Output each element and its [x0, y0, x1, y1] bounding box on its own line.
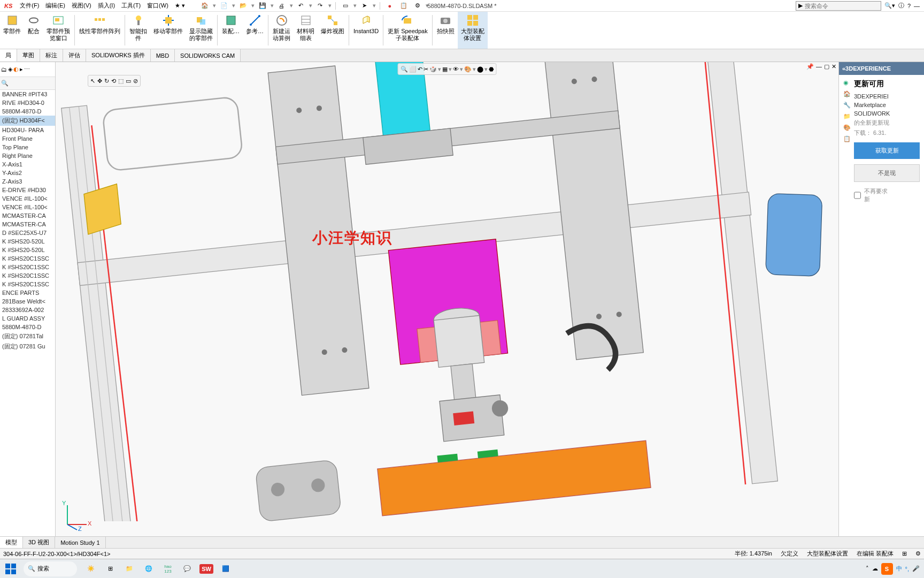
- tp-library-icon[interactable]: 📁: [843, 113, 851, 120]
- tab-mbd[interactable]: MBD: [151, 49, 175, 62]
- feature-tree-item[interactable]: X-Axis1: [0, 160, 55, 169]
- config-icon[interactable]: ◈: [8, 66, 12, 73]
- feature-tree-item[interactable]: K #SHS20C1SSC: [0, 263, 55, 271]
- search-dropdown-icon[interactable]: 🔍▾: [884, 2, 895, 9]
- section-icon[interactable]: ✂: [424, 66, 428, 73]
- ctx-end-icon[interactable]: ⊘: [133, 78, 138, 85]
- feature-tree-item[interactable]: Y-Axis2: [0, 169, 55, 177]
- ribbon-reference[interactable]: 参考…: [243, 12, 267, 49]
- tab-model[interactable]: 模型: [0, 537, 23, 548]
- menu-tools[interactable]: 工具(T): [118, 2, 144, 10]
- feature-tree-item[interactable]: 5880M-4870-D: [0, 107, 55, 116]
- print-icon[interactable]: 🖨: [276, 1, 288, 11]
- not-now-button[interactable]: 不是现: [854, 164, 920, 182]
- tab-3dview[interactable]: 3D 视图: [23, 537, 55, 548]
- vp-min-icon[interactable]: —: [816, 63, 822, 70]
- help-icon[interactable]: ?: [907, 3, 911, 9]
- menu-edit[interactable]: 编辑(E): [42, 2, 68, 10]
- pin-icon[interactable]: 📌: [806, 63, 814, 70]
- tab-sketch[interactable]: 草图: [17, 49, 40, 62]
- select-icon[interactable]: ▭: [340, 1, 351, 11]
- ribbon-bom[interactable]: 材料明 细表: [294, 12, 318, 49]
- ctx-rotate-icon[interactable]: ↻: [104, 78, 109, 85]
- menu-view[interactable]: 视图(V): [68, 2, 95, 10]
- zoom-fit-icon[interactable]: 🔍: [401, 66, 408, 73]
- save-icon[interactable]: 💾: [257, 1, 268, 11]
- zoom-area-icon[interactable]: ⬜: [409, 66, 417, 73]
- feature-tree-item[interactable]: RIVE #HD304-0: [0, 98, 55, 107]
- feature-tree-item[interactable]: (固定) HD304F<: [0, 116, 55, 126]
- user-icon[interactable]: ⓘ: [898, 2, 904, 10]
- feature-tree-item[interactable]: K #SHS20C1SSC: [0, 280, 55, 288]
- taskbar-edge-icon[interactable]: 🌐: [140, 560, 157, 577]
- ribbon-snapshot[interactable]: 拍快照: [434, 12, 458, 49]
- feature-tree-item[interactable]: 28333692A-002: [0, 306, 55, 314]
- feature-tree-item[interactable]: E-DRIVE #HD30: [0, 186, 55, 194]
- ribbon-mate[interactable]: 配合: [24, 12, 43, 49]
- feature-tree-item[interactable]: (固定) 07281 Gu: [0, 341, 55, 352]
- taskbar-app-icon[interactable]: 🟦: [217, 560, 234, 577]
- taskbar-explorer-icon[interactable]: 📁: [121, 560, 138, 577]
- ime-punct-icon[interactable]: °,: [905, 566, 909, 572]
- taskbar-wechat-icon[interactable]: 💬: [179, 560, 196, 577]
- status-gear-icon[interactable]: ⚙: [915, 550, 921, 557]
- ctx-select-icon[interactable]: ↖: [90, 78, 95, 85]
- more-icon[interactable]: ⋯: [24, 66, 30, 73]
- ime-indicator[interactable]: S: [881, 563, 893, 575]
- search-input[interactable]: [805, 3, 879, 9]
- taskbar-taskview-icon[interactable]: ⊞: [102, 560, 119, 577]
- feature-tree-item[interactable]: Front Plane: [0, 134, 55, 143]
- tab-addins[interactable]: SOLIDWORKS 插件: [86, 49, 151, 62]
- ribbon-exploded-view[interactable]: 爆炸视图: [318, 12, 348, 49]
- prev-view-icon[interactable]: ↶: [418, 66, 422, 73]
- ribbon-large-assembly[interactable]: 大型装配 体设置: [458, 12, 488, 49]
- appearance-icon[interactable]: ⬤: [477, 66, 483, 73]
- dont-ask-input[interactable]: [854, 187, 861, 203]
- ribbon-show-hide[interactable]: 显示隐藏 的零部件: [186, 12, 216, 49]
- tray-chevron-icon[interactable]: ˄: [866, 565, 869, 572]
- taskpane-header[interactable]: «3DEXPERIENCE: [839, 62, 924, 75]
- arrow-icon[interactable]: ➤: [359, 1, 371, 11]
- tray-onedrive-icon[interactable]: ☁: [872, 565, 878, 572]
- tp-3dx-icon[interactable]: ◉: [843, 79, 851, 86]
- ime-lang[interactable]: 中: [896, 565, 902, 573]
- tray-mic-icon[interactable]: 🎤: [912, 565, 920, 572]
- feature-tree-item[interactable]: ENCE PARTS: [0, 288, 55, 297]
- hide-show-icon[interactable]: 👁: [453, 66, 459, 72]
- tab-layout[interactable]: 局: [0, 49, 17, 62]
- ribbon-instant3d[interactable]: Instant3D: [350, 12, 382, 49]
- menu-window[interactable]: 窗口(W): [144, 2, 172, 10]
- ribbon-smart-fastener[interactable]: 智能扣 件: [126, 12, 150, 49]
- menu-more-icon[interactable]: ★ ▾: [172, 2, 188, 9]
- feature-tree-item[interactable]: K #SHS20-520L: [0, 237, 55, 246]
- ribbon-move-component[interactable]: 移动零部件: [150, 12, 186, 49]
- display-style-icon[interactable]: ▦: [442, 66, 448, 73]
- get-update-button[interactable]: 获取更新: [854, 142, 920, 159]
- chevron-right-icon[interactable]: ▸: [20, 66, 23, 73]
- feature-tree-item[interactable]: K #SHS20-520L: [0, 246, 55, 254]
- taskbar-weather-icon[interactable]: ☀️: [82, 560, 99, 577]
- feature-tree-item[interactable]: K #SHS20C1SSC: [0, 254, 55, 263]
- status-units-icon[interactable]: ⊞: [902, 550, 907, 557]
- feature-tree-item[interactable]: MCMASTER-CA: [0, 220, 55, 229]
- feature-tree-item[interactable]: VENCE #IL-100<: [0, 194, 55, 203]
- feature-tree-item[interactable]: D #SEC25X5-U7: [0, 229, 55, 237]
- feature-tree-item[interactable]: Right Plane: [0, 151, 55, 160]
- filter-icon[interactable]: 🔍: [1, 80, 9, 87]
- taskbar-hao123-icon[interactable]: hao123: [159, 560, 176, 577]
- ribbon-linear-pattern[interactable]: 线性零部件阵列: [76, 12, 124, 49]
- vp-max-icon[interactable]: ▢: [824, 63, 829, 70]
- undo-icon[interactable]: ↶: [295, 1, 307, 11]
- home-icon[interactable]: 🏠: [199, 1, 211, 11]
- tp-appearance-icon[interactable]: 🎨: [843, 124, 851, 131]
- tab-motion-study[interactable]: Motion Study 1: [55, 537, 105, 548]
- feature-tree-item[interactable]: MCMASTER-CA: [0, 211, 55, 220]
- feature-tree-item[interactable]: Z-Axis3: [0, 177, 55, 186]
- vp-close-icon[interactable]: ✕: [831, 63, 836, 70]
- new-icon[interactable]: 📄: [218, 1, 230, 11]
- ribbon-motion-study[interactable]: 新建运 动算例: [270, 12, 294, 49]
- dont-ask-checkbox[interactable]: 不再要求 新: [854, 187, 920, 203]
- taskbar-solidworks-icon[interactable]: SW: [198, 560, 215, 577]
- feature-tree-item[interactable]: K #SHS20C1SSC: [0, 271, 55, 280]
- start-button[interactable]: [0, 559, 21, 578]
